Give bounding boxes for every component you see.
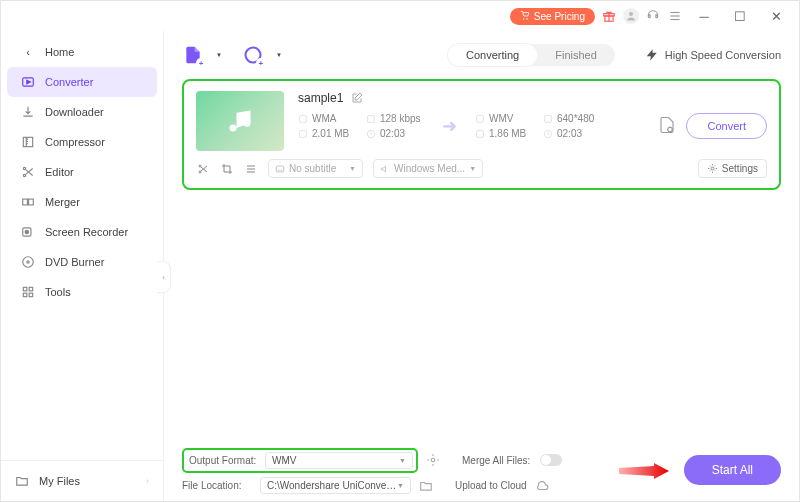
audio-icon (380, 164, 390, 174)
high-speed-toggle[interactable]: High Speed Conversion (645, 48, 781, 62)
start-all-button[interactable]: Start All (684, 455, 781, 485)
sidebar-label: Downloader (45, 106, 104, 118)
caret-down-icon: ▼ (349, 165, 356, 172)
audio-value: Windows Med... (394, 163, 465, 174)
file-actions: Convert (658, 113, 767, 139)
svg-point-2 (629, 12, 633, 16)
toolbar: + ▼ + ▼ Converting Finished High Speed C… (164, 31, 799, 79)
window-close-button[interactable]: ✕ (761, 2, 791, 30)
window-minimize-button[interactable]: ─ (689, 2, 719, 30)
audio-dropdown[interactable]: Windows Med... ▼ (373, 159, 483, 178)
file-thumbnail[interactable] (196, 91, 284, 151)
recorder-icon (21, 225, 35, 239)
content-area: sample1 WMA 2.01 MB 128 kbps 0 (164, 79, 799, 441)
svg-rect-27 (477, 130, 484, 137)
src-size: 2.01 MB (298, 128, 356, 139)
sidebar-label: Editor (45, 166, 74, 178)
file-name-row: sample1 (298, 91, 767, 105)
sidebar-item-compressor[interactable]: Compressor (7, 127, 157, 157)
hsc-label: High Speed Conversion (665, 49, 781, 61)
cloud-icon[interactable] (535, 479, 549, 493)
converter-icon (21, 75, 35, 89)
dst-resolution: 640*480 (543, 113, 601, 124)
merger-icon (21, 195, 35, 209)
svg-rect-22 (300, 115, 307, 122)
file-settings-button[interactable]: Settings (698, 159, 767, 178)
gift-icon[interactable] (601, 8, 617, 24)
sidebar-item-editor[interactable]: Editor (7, 157, 157, 187)
output-settings-icon[interactable] (658, 116, 676, 136)
bottom-bar: Output Format: WMV ▼ Merge All Files: Fi… (164, 441, 799, 501)
svg-point-15 (23, 257, 34, 268)
svg-marker-39 (619, 463, 669, 479)
sidebar-item-converter[interactable]: Converter (7, 67, 157, 97)
sidebar-label: Compressor (45, 136, 105, 148)
sidebar-item-myfiles[interactable]: My Files › (1, 461, 163, 501)
tools-icon (21, 285, 35, 299)
file-card-row-tools: No subtitle ▼ Windows Med... ▼ Settings (196, 159, 767, 178)
svg-marker-7 (27, 80, 30, 84)
svg-rect-36 (276, 166, 284, 172)
tab-converting[interactable]: Converting (448, 44, 537, 66)
sidebar-item-home[interactable]: ‹ Home (7, 37, 157, 67)
settings-label: Settings (722, 163, 758, 174)
svg-rect-17 (23, 287, 27, 291)
svg-point-37 (711, 167, 714, 170)
tab-finished[interactable]: Finished (537, 44, 615, 66)
chevron-right-icon: › (146, 476, 149, 486)
svg-rect-26 (477, 115, 484, 122)
tab-segment: Converting Finished (448, 44, 615, 66)
sidebar-label: Tools (45, 286, 71, 298)
menu-icon[interactable] (667, 8, 683, 24)
cart-icon (520, 11, 530, 21)
sidebar-item-tools[interactable]: Tools (7, 277, 157, 307)
sidebar-item-merger[interactable]: Merger (7, 187, 157, 217)
src-format: WMA (298, 113, 356, 124)
sidebar-label: DVD Burner (45, 256, 104, 268)
svg-rect-18 (29, 287, 33, 291)
svg-rect-23 (300, 130, 307, 137)
src-duration: 02:03 (366, 128, 424, 139)
open-folder-button[interactable] (419, 479, 433, 493)
caret-down-icon: ▼ (397, 482, 404, 489)
sidebar: ‹ Home Converter Downloader Compressor (1, 31, 164, 501)
app-window: See Pricing ─ ☐ ✕ ‹ Home (0, 0, 800, 502)
sidebar-item-downloader[interactable]: Downloader (7, 97, 157, 127)
subtitle-dropdown[interactable]: No subtitle ▼ (268, 159, 363, 178)
trim-icon[interactable] (196, 162, 210, 176)
svg-rect-12 (29, 199, 34, 205)
add-file-caret[interactable]: ▼ (216, 52, 222, 58)
svg-point-30 (668, 127, 673, 132)
sidebar-item-dvd-burner[interactable]: DVD Burner (7, 247, 157, 277)
merge-toggle[interactable] (540, 454, 562, 466)
svg-rect-19 (23, 293, 27, 297)
sidebar-bottom: My Files › (1, 460, 163, 501)
merge-label: Merge All Files: (462, 455, 532, 466)
user-icon[interactable] (623, 8, 639, 24)
sidebar-label: Home (45, 46, 74, 58)
support-icon[interactable] (645, 8, 661, 24)
add-url-caret[interactable]: ▼ (276, 52, 282, 58)
dst-duration: 02:03 (543, 128, 601, 139)
gear-icon (707, 163, 718, 174)
convert-button[interactable]: Convert (686, 113, 767, 139)
crop-icon[interactable] (220, 162, 234, 176)
see-pricing-button[interactable]: See Pricing (510, 8, 595, 25)
svg-point-10 (23, 174, 25, 176)
caret-down-icon: ▼ (399, 457, 406, 464)
file-location-dropdown[interactable]: C:\Wondershare UniConverter 1 ▼ (260, 477, 411, 494)
dst-size: 1.86 MB (475, 128, 533, 139)
sidebar-item-screen-recorder[interactable]: Screen Recorder (7, 217, 157, 247)
add-file-button[interactable]: + (182, 44, 204, 66)
output-settings-button[interactable] (426, 453, 440, 467)
myfiles-label: My Files (39, 475, 80, 487)
window-maximize-button[interactable]: ☐ (725, 2, 755, 30)
music-note-icon (226, 107, 254, 135)
dst-format: WMV (475, 113, 533, 124)
edit-icon[interactable] (351, 92, 363, 104)
file-specs: WMA 2.01 MB 128 kbps 02:03 ➜ WMV (298, 113, 767, 139)
file-location-value: C:\Wondershare UniConverter 1 (267, 480, 397, 491)
output-format-dropdown[interactable]: WMV ▼ (265, 452, 413, 469)
add-url-button[interactable]: + (242, 44, 264, 66)
effect-icon[interactable] (244, 162, 258, 176)
